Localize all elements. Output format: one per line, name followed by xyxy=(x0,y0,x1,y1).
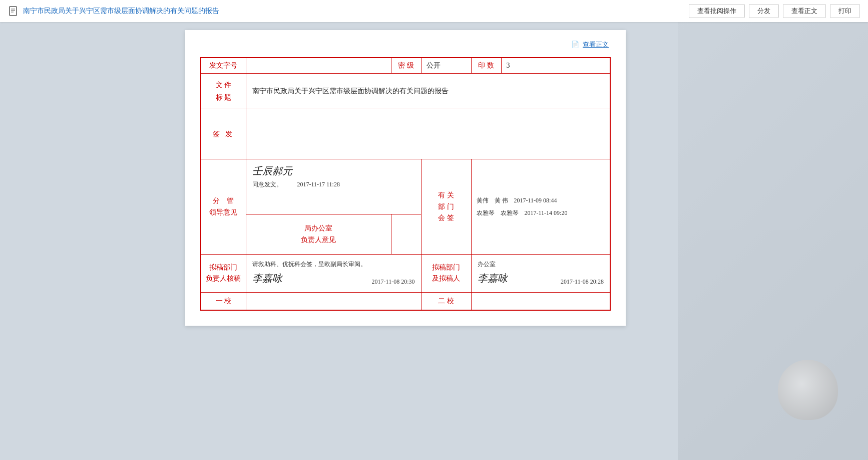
page-title: 南宁市民政局关于兴宁区需市级层面协调解决的有关问题的报告 xyxy=(23,7,689,16)
view-full-icon: 📄 xyxy=(571,41,579,48)
youguanbumen-label-line2: 部 门 xyxy=(423,201,469,212)
topbar-actions: 查看批阅操作 分发 查看正文 打印 xyxy=(689,4,860,18)
fenguanlingdao-text: 同意发文。 xyxy=(252,181,282,188)
fenguanlingdao-label: 分 管 领导意见 xyxy=(201,159,246,255)
document-container: 📄 查看正文 发文字号 密 级 公开 印 数 3 文 件 标 题 南宁市民政局关… xyxy=(185,30,626,326)
wenjian-biaoti-label: 文 件 标 题 xyxy=(201,74,246,109)
nicaobumen-right-date: 2017-11-08 20:28 xyxy=(561,277,604,287)
row-wenjian-biaoti: 文 件 标 题 南宁市民政局关于兴宁区需市级层面协调解决的有关问题的报告 xyxy=(201,74,610,109)
nicaobumen-label-line1: 拟稿部门 xyxy=(203,262,244,273)
jvbangongshi-label: 局办公室 负责人意见 xyxy=(246,214,391,255)
fenguanlingdao-content: 壬辰郝元 同意发文。 2017-11-17 11:28 xyxy=(246,159,421,214)
miji-value: 公开 xyxy=(421,58,471,74)
wenjian-label-line1: 文 件 xyxy=(204,79,243,91)
nicaobumen-right-signature: 李嘉咏 xyxy=(478,272,508,285)
fenguanlingdao-label-line1: 分 管 xyxy=(203,195,244,206)
nicaobumen-label: 拟稿部门 负责人核稿 xyxy=(201,255,246,292)
fawen-zihao-label: 发文字号 xyxy=(201,58,246,74)
nicaobumen-right-content: 办公室 李嘉咏 2017-11-08 20:28 xyxy=(471,255,610,292)
distribute-button[interactable]: 分发 xyxy=(749,4,779,18)
row-jiaodui: 一 校 二 校 xyxy=(201,292,610,310)
youguanbumen-name1-1: 黄伟 xyxy=(477,197,489,204)
wenjian-biaoti-value: 南宁市民政局关于兴宁区需市级层面协调解决的有关问题的报告 xyxy=(246,74,610,109)
row-nicaobumen: 拟稿部门 负责人核稿 请救助科、优抚科会签，呈欧副局长审阅。 李嘉咏 2017-… xyxy=(201,255,610,292)
nicaobumen-content: 请救助科、优抚科会签，呈欧副局长审阅。 李嘉咏 2017-11-08 20:30 xyxy=(246,255,421,292)
background-cup xyxy=(778,360,838,420)
svg-rect-0 xyxy=(10,7,17,16)
fawen-zihao-value xyxy=(246,58,391,74)
nicaobumen-right-prefix: 办公室 xyxy=(478,260,604,269)
fenguanlingdao-text-date: 同意发文。 2017-11-17 11:28 xyxy=(252,180,415,189)
fenguanlingdao-label-line2: 领导意见 xyxy=(203,207,244,218)
youguanbumen-entry2: 农雅琴 农雅琴 2017-11-14 09:20 xyxy=(477,208,605,218)
fenguanlingdao-date: 2017-11-17 11:28 xyxy=(297,181,340,188)
youguanbumen-name1-2: 黄 伟 xyxy=(495,197,508,204)
youguanbumen-entry1: 黄伟 黄 伟 2017-11-09 08:44 xyxy=(477,196,605,205)
background-keyboard xyxy=(678,22,868,460)
nicaobumen-text: 请救助科、优抚科会签，呈欧副局长审阅。 xyxy=(252,260,415,269)
view-full-text-link[interactable]: 📄 查看正文 xyxy=(200,40,611,49)
view-full-label[interactable]: 查看正文 xyxy=(583,41,609,48)
view-review-button[interactable]: 查看批阅操作 xyxy=(689,4,745,18)
erjiao-value xyxy=(471,292,610,310)
youguanbumen-content: 黄伟 黄 伟 2017-11-09 08:44 农雅琴 农雅琴 2017-11-… xyxy=(471,159,610,255)
nicaobumen-signature: 李嘉咏 xyxy=(252,272,282,285)
qianfa-value xyxy=(246,109,610,159)
yijiao-label: 一 校 xyxy=(201,292,246,310)
view-content-button[interactable]: 查看正文 xyxy=(783,4,826,18)
youguanbumen-name2-1: 农雅琴 xyxy=(477,209,495,216)
youguanbumen-date1: 2017-11-09 08:44 xyxy=(514,197,557,204)
nicaobumen-right-label-line2: 及拟稿人 xyxy=(423,273,469,284)
youguanbumen-date2: 2017-11-14 09:20 xyxy=(525,209,568,216)
nicaobumen-label-line2: 负责人核稿 xyxy=(203,273,244,284)
jvbangongshi-content xyxy=(391,214,471,255)
youguanbumen-name2-2: 农雅琴 xyxy=(501,209,519,216)
youguanbumen-label-line1: 有 关 xyxy=(423,190,469,201)
document-icon xyxy=(8,6,19,17)
row-fawen-zihao: 发文字号 密 级 公开 印 数 3 xyxy=(201,58,610,74)
yinshu-label: 印 数 xyxy=(471,58,501,74)
row-fenguanlingdao-top: 分 管 领导意见 壬辰郝元 同意发文。 2017-11-17 11:28 有 关… xyxy=(201,159,610,214)
print-button[interactable]: 打印 xyxy=(830,4,860,18)
yinshu-value: 3 xyxy=(501,58,610,74)
wenjian-label-line2: 标 题 xyxy=(204,91,243,104)
fenguanlingdao-signature: 壬辰郝元 xyxy=(252,164,415,178)
nicaobumen-date: 2017-11-08 20:30 xyxy=(372,277,415,287)
nicaobumen-right-label-line1: 拟稿部门 xyxy=(423,262,469,273)
jvbangongshi-label-line1: 局办公室 xyxy=(248,223,389,234)
jvbangongshi-label-line2: 负责人意见 xyxy=(248,235,389,246)
miji-label: 密 级 xyxy=(391,58,421,74)
nicaobumen-right-label: 拟稿部门 及拟稿人 xyxy=(421,255,471,292)
document-table: 发文字号 密 级 公开 印 数 3 文 件 标 题 南宁市民政局关于兴宁区需市级… xyxy=(200,57,611,311)
yijiao-value xyxy=(246,292,421,310)
topbar: 南宁市民政局关于兴宁区需市级层面协调解决的有关问题的报告 查看批阅操作 分发 查… xyxy=(0,0,868,22)
qianfa-label: 签 发 xyxy=(201,109,246,159)
row-qianfa: 签 发 xyxy=(201,109,610,159)
erjiao-label: 二 校 xyxy=(421,292,471,310)
